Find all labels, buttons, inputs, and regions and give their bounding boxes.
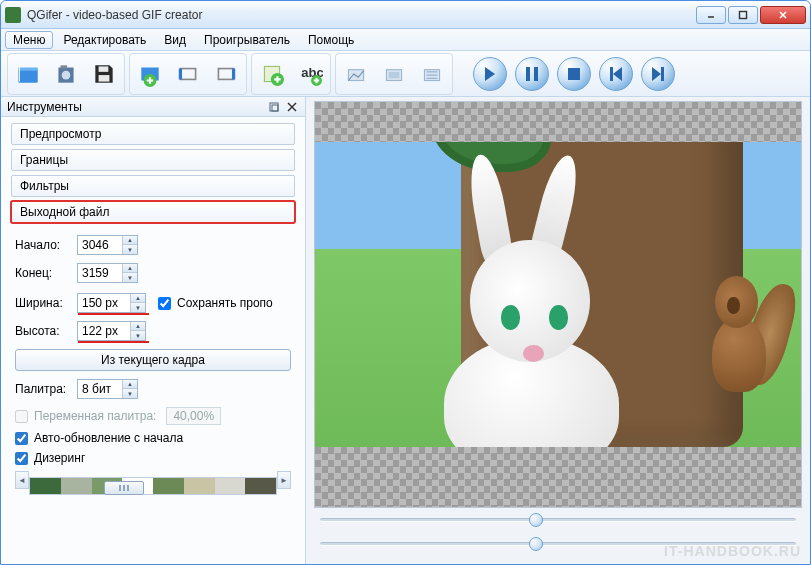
palette-input[interactable] bbox=[78, 380, 122, 398]
variable-palette-pct: 40,00% bbox=[166, 407, 221, 425]
save-button[interactable] bbox=[86, 56, 122, 92]
svg-rect-7 bbox=[61, 65, 68, 68]
end-spinner[interactable]: ▲▼ bbox=[77, 263, 138, 283]
down-arrow-icon[interactable]: ▼ bbox=[131, 331, 145, 340]
svg-rect-1 bbox=[740, 11, 747, 18]
seek-slider-row bbox=[314, 508, 802, 532]
output-form: Начало: ▲▼ Конец: ▲▼ bbox=[11, 227, 295, 499]
window: QGifer - video-based GIF creator Меню Ре… bbox=[0, 0, 811, 565]
close-button[interactable] bbox=[760, 6, 806, 24]
undock-icon[interactable] bbox=[267, 100, 281, 114]
scene-bunny bbox=[422, 227, 641, 447]
svg-rect-22 bbox=[270, 103, 278, 111]
variable-palette-checkbox bbox=[15, 410, 28, 423]
svg-rect-9 bbox=[99, 75, 110, 82]
palette-color bbox=[30, 478, 61, 494]
width-label: Ширина: bbox=[15, 296, 71, 310]
transparency-bottom bbox=[315, 447, 801, 507]
palette-label: Палитра: bbox=[15, 382, 71, 396]
range-slider[interactable] bbox=[320, 542, 796, 546]
start-spinner[interactable]: ▲▼ bbox=[77, 235, 138, 255]
maximize-button[interactable] bbox=[728, 6, 758, 24]
filter-a-button[interactable] bbox=[338, 56, 374, 92]
down-arrow-icon[interactable]: ▼ bbox=[131, 303, 145, 312]
minimize-button[interactable] bbox=[696, 6, 726, 24]
up-arrow-icon[interactable]: ▲ bbox=[123, 264, 137, 273]
main-area bbox=[306, 97, 810, 564]
section-bounds[interactable]: Границы bbox=[11, 149, 295, 171]
up-arrow-icon[interactable]: ▲ bbox=[123, 236, 137, 245]
svg-rect-5 bbox=[18, 67, 38, 70]
section-output[interactable]: Выходной файл bbox=[11, 201, 295, 223]
palette-scroll-right[interactable]: ► bbox=[277, 471, 291, 489]
render-gif-button[interactable] bbox=[48, 56, 84, 92]
stop-button[interactable] bbox=[557, 57, 591, 91]
menu-main[interactable]: Меню bbox=[5, 31, 53, 49]
palette-color bbox=[245, 478, 276, 494]
section-preview[interactable]: Предпросмотр bbox=[11, 123, 295, 145]
width-spinner[interactable]: ▲▼ bbox=[77, 293, 146, 313]
marker-button[interactable] bbox=[132, 56, 168, 92]
down-arrow-icon[interactable]: ▼ bbox=[123, 273, 137, 282]
end-label: Конец: bbox=[15, 266, 71, 280]
tools-panel-header: Инструменты bbox=[1, 97, 305, 117]
down-arrow-icon[interactable]: ▼ bbox=[123, 245, 137, 254]
play-button[interactable] bbox=[473, 57, 507, 91]
width-input[interactable] bbox=[78, 294, 130, 312]
video-preview[interactable] bbox=[315, 142, 801, 447]
seek-thumb[interactable] bbox=[529, 513, 543, 527]
auto-update-checkbox[interactable] bbox=[15, 432, 28, 445]
variable-palette-row: Переменная палитра: 40,00% bbox=[15, 407, 291, 425]
height-spinner[interactable]: ▲▼ bbox=[77, 321, 146, 341]
end-input[interactable] bbox=[78, 264, 122, 282]
pause-button[interactable] bbox=[515, 57, 549, 91]
open-video-button[interactable] bbox=[10, 56, 46, 92]
down-arrow-icon[interactable]: ▼ bbox=[123, 389, 137, 398]
up-arrow-icon[interactable]: ▲ bbox=[131, 322, 145, 331]
menu-edit[interactable]: Редактировать bbox=[55, 31, 154, 49]
sidebar: Инструменты Предпросмотр Границы Фильтры… bbox=[1, 97, 306, 564]
palette-scroll-left[interactable]: ◄ bbox=[15, 471, 29, 489]
dithering-checkbox[interactable] bbox=[15, 452, 28, 465]
svg-rect-13 bbox=[218, 68, 233, 79]
palette-bar[interactable] bbox=[29, 477, 277, 495]
palette-spinner[interactable]: ▲▼ bbox=[77, 379, 138, 399]
palette-color bbox=[153, 478, 184, 494]
seek-slider[interactable] bbox=[320, 518, 796, 522]
menu-help[interactable]: Помощь bbox=[300, 31, 362, 49]
height-label: Высота: bbox=[15, 324, 71, 338]
titlebar[interactable]: QGifer - video-based GIF creator bbox=[1, 1, 810, 29]
up-arrow-icon[interactable]: ▲ bbox=[131, 294, 145, 303]
tools-panel-title: Инструменты bbox=[7, 100, 82, 114]
svg-rect-20 bbox=[389, 71, 400, 78]
app-icon bbox=[5, 7, 21, 23]
section-filters[interactable]: Фильтры bbox=[11, 175, 295, 197]
palette-color bbox=[184, 478, 215, 494]
filter-b-button[interactable] bbox=[376, 56, 412, 92]
palette-color bbox=[215, 478, 246, 494]
up-arrow-icon[interactable]: ▲ bbox=[123, 380, 137, 389]
from-current-frame-button[interactable]: Из текущего кадра bbox=[15, 349, 291, 371]
svg-rect-23 bbox=[272, 105, 278, 111]
start-input[interactable] bbox=[78, 236, 122, 254]
scene-squirrel bbox=[704, 276, 782, 392]
close-panel-icon[interactable] bbox=[285, 100, 299, 114]
keep-ratio-checkbox[interactable] bbox=[158, 297, 171, 310]
next-frame-button[interactable] bbox=[641, 57, 675, 91]
range-slider-row bbox=[314, 532, 802, 556]
text-button[interactable]: abc bbox=[292, 56, 328, 92]
menubar: Меню Редактировать Вид Проигрыватель Пом… bbox=[1, 29, 810, 51]
mark-end-button[interactable] bbox=[208, 56, 244, 92]
prev-frame-button[interactable] bbox=[599, 57, 633, 91]
palette-scroll-thumb[interactable] bbox=[104, 481, 144, 495]
svg-point-6 bbox=[62, 70, 71, 79]
svg-rect-8 bbox=[99, 66, 109, 71]
filter-c-button[interactable] bbox=[414, 56, 450, 92]
mark-start-button[interactable] bbox=[170, 56, 206, 92]
menu-player[interactable]: Проигрыватель bbox=[196, 31, 298, 49]
range-thumb[interactable] bbox=[529, 537, 543, 551]
menu-view[interactable]: Вид bbox=[156, 31, 194, 49]
height-input[interactable] bbox=[78, 322, 130, 340]
add-object-button[interactable] bbox=[254, 56, 290, 92]
auto-update-label: Авто-обновление с начала bbox=[34, 431, 183, 445]
